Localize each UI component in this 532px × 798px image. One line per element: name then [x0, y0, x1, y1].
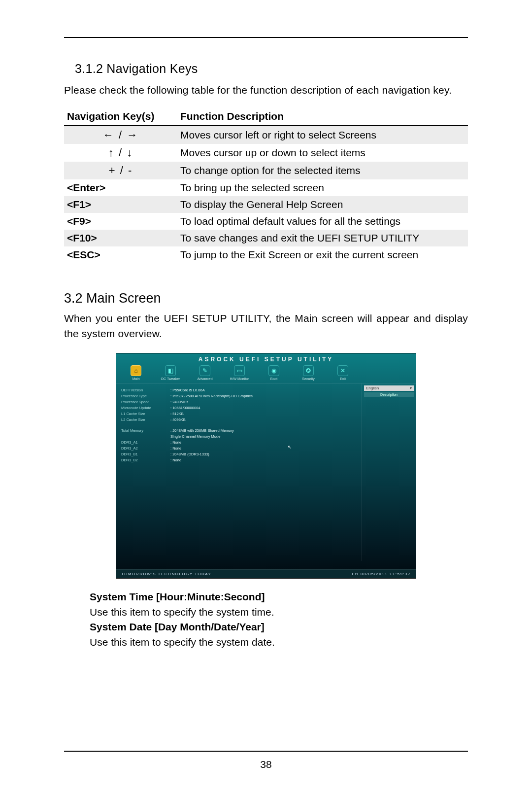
nav-col-keys: Navigation Key(s): [64, 108, 177, 126]
nav-key-cell: <Enter>: [64, 179, 177, 196]
table-row: <F1>To display the General Help Screen: [64, 196, 468, 213]
bios-tab-security: ✪Security: [295, 365, 322, 381]
bios-screenshot: ASROCK UEFI SETUP UTILITY ⌂Main◧OC Tweak…: [116, 353, 416, 579]
bios-info-value: : 512KB: [170, 411, 184, 417]
bios-description-label: Description: [364, 392, 414, 397]
page-number: 38: [64, 759, 468, 770]
main-icon: ⌂: [131, 365, 141, 376]
bios-info-row: DDR3_B1: 2048MB (DDR3-1333): [121, 451, 357, 457]
bios-footer-tagline: TOMORROW'S TECHNOLOGY TODAY: [121, 572, 211, 576]
system-date-label: System Date [Day Month/Date/Year]: [90, 620, 468, 634]
bios-tab-boot: ◉Boot: [260, 365, 288, 381]
nav-desc-cell: To load optimal default values for all t…: [177, 213, 468, 230]
nav-key-cell: ↑ / ↓: [64, 144, 177, 162]
bios-info-row: Processor Speed: 2400MHz: [121, 399, 357, 405]
bios-info-label: Microcode Update: [121, 405, 170, 411]
boot-icon: ◉: [268, 365, 279, 376]
bios-info-value: : None: [170, 457, 181, 463]
bios-info-label: L1 Cache Size: [121, 411, 170, 417]
bios-footer: TOMORROW'S TECHNOLOGY TODAY Fri 08/05/20…: [116, 569, 416, 578]
bios-toolbar: ⌂Main◧OC Tweaker✎Advanced▭H/W Monitor◉Bo…: [116, 364, 416, 383]
bios-info-label: DDR3_B2: [121, 457, 170, 463]
bios-info-row: Processor Type: Intel(R) 2500 APU with R…: [121, 393, 357, 399]
system-time-text: Use this item to specify the system time…: [90, 605, 468, 620]
bios-info-panel: UEFI Version: P55/Core i5 L6.06AProcesso…: [116, 383, 362, 561]
bios-tab-main: ⌂Main: [122, 365, 150, 381]
oc-tweaker-icon: ◧: [165, 365, 176, 376]
bottom-rule: [64, 751, 468, 752]
bios-tab-label: H/W Monitor: [226, 377, 253, 381]
bios-tab-h-w-monitor: ▭H/W Monitor: [226, 365, 253, 381]
nav-desc-cell: To display the General Help Screen: [177, 196, 468, 213]
top-rule: [64, 37, 468, 38]
bios-info-value: : 4096KB: [170, 417, 186, 423]
bios-side-panel: English ▾ Description: [362, 383, 416, 561]
table-row: <ESC>To jump to the Exit Screen or exit …: [64, 246, 468, 263]
table-row: <F10>To save changes and exit the UEFI S…: [64, 230, 468, 246]
bios-info-value: : 10661/00000004: [170, 405, 200, 411]
advanced-icon: ✎: [200, 365, 210, 376]
bios-tab-label: Boot: [260, 377, 288, 381]
bios-footer-datetime: Fri 08/05/2011 11:59:37: [352, 572, 411, 576]
bios-info-label: Total Memory: [121, 428, 170, 434]
h-w-monitor-icon: ▭: [234, 365, 245, 376]
bios-tab-label: Security: [295, 377, 322, 381]
bios-info-value: : P55/Core i5 L6.06A: [170, 387, 205, 393]
bios-info-row: DDR3_A1: None: [121, 440, 357, 446]
bios-info-label: [121, 434, 170, 440]
bios-info-value: : Intel(R) 2500 APU with Radeon(tm) HD G…: [170, 393, 253, 399]
nav-key-cell: + / -: [64, 162, 177, 179]
nav-desc-cell: To save changes and exit the UEFI SETUP …: [177, 230, 468, 246]
nav-desc-cell: To bring up the selected screen: [177, 179, 468, 196]
bios-tab-label: OC Tweaker: [157, 377, 184, 381]
bios-info-label: Processor Speed: [121, 399, 170, 405]
bios-info-label: DDR3_A2: [121, 446, 170, 451]
bios-info-row: UEFI Version: P55/Core i5 L6.06A: [121, 387, 357, 393]
nav-key-cell: <ESC>: [64, 246, 177, 263]
bios-info-value: : 2400MHz: [170, 399, 188, 405]
nav-key-cell: <F10>: [64, 230, 177, 246]
bios-tab-label: Main: [122, 377, 150, 381]
bios-info-value: : None: [170, 440, 181, 446]
system-time-label: System Time [Hour:Minute:Second]: [90, 590, 468, 604]
nav-desc-cell: To change option for the selected items: [177, 162, 468, 179]
bios-info-label: DDR3_A1: [121, 440, 170, 446]
bios-info-row: Microcode Update: 10661/00000004: [121, 405, 357, 411]
nav-key-cell: ← / →: [64, 126, 177, 144]
nav-desc-cell: To jump to the Exit Screen or exit the c…: [177, 246, 468, 263]
bios-tab-exit: ✕Exit: [329, 365, 357, 381]
table-row: <Enter>To bring up the selected screen: [64, 179, 468, 196]
bios-info-row: DDR3_B2: None: [121, 457, 357, 463]
bios-info-row: Total Memory: 2048MB with 256MB Shared M…: [121, 428, 357, 434]
table-row: ↑ / ↓Moves cursor up or down to select i…: [64, 144, 468, 162]
bios-lang-label: English: [366, 386, 379, 390]
bios-info-row: L1 Cache Size: 512KB: [121, 411, 357, 417]
system-date-text: Use this item to specify the system date…: [90, 635, 468, 650]
heading-3-2: 3.2 Main Screen: [64, 291, 468, 306]
table-row: ← / →Moves cursor left or right to selec…: [64, 126, 468, 144]
exit-icon: ✕: [337, 365, 348, 376]
security-icon: ✪: [303, 365, 314, 376]
definitions: System Time [Hour:Minute:Second] Use thi…: [90, 590, 468, 650]
nav-desc-cell: Moves cursor left or right to select Scr…: [177, 126, 468, 144]
bios-info-value: : None: [170, 446, 181, 451]
nav-key-cell: <F1>: [64, 196, 177, 213]
cursor-icon: ↖: [288, 445, 292, 450]
bios-tab-label: Exit: [329, 377, 357, 381]
bios-tab-label: Advanced: [191, 377, 219, 381]
nav-key-cell: <F9>: [64, 213, 177, 230]
bios-info-label: Processor Type: [121, 393, 170, 399]
bios-title: ASROCK UEFI SETUP UTILITY: [116, 353, 416, 364]
table-row: + / -To change option for the selected i…: [64, 162, 468, 179]
chevron-down-icon: ▾: [410, 386, 412, 390]
heading-3-1-2: 3.1.2 Navigation Keys: [75, 62, 468, 76]
bios-tab-oc-tweaker: ◧OC Tweaker: [157, 365, 184, 381]
intro-3-2: When you enter the UEFI SETUP UTILITY, t…: [64, 311, 468, 341]
bios-info-row: Single-Channel Memory Mode: [121, 434, 357, 440]
bios-info-row: DDR3_A2: None: [121, 446, 357, 451]
bios-info-value: : 2048MB (DDR3-1333): [170, 451, 209, 457]
table-row: <F9>To load optimal default values for a…: [64, 213, 468, 230]
intro-3-1-2: Please check the following table for the…: [64, 83, 468, 98]
bios-language-select: English ▾: [364, 385, 414, 391]
nav-col-desc: Function Description: [177, 108, 468, 126]
